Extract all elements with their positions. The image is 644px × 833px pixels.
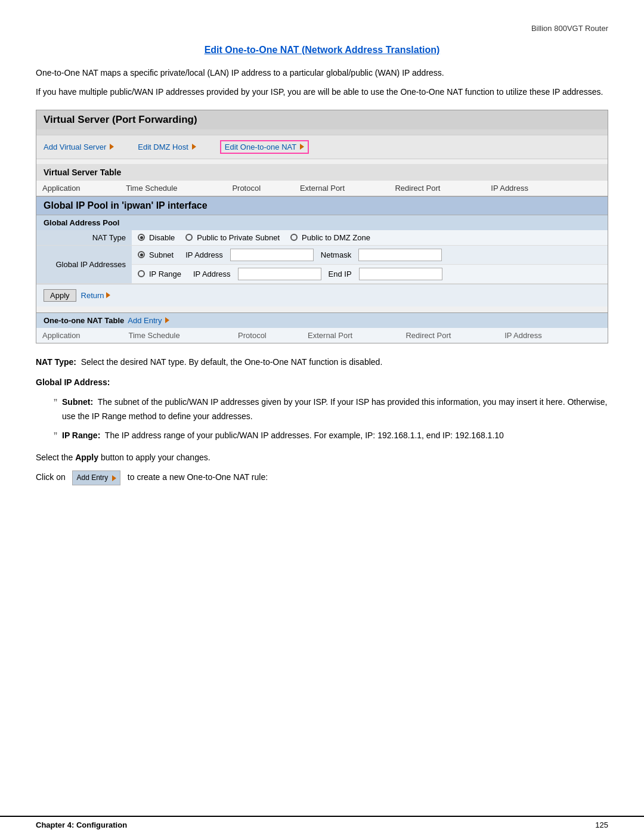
netmask-label: Netmask (321, 250, 351, 259)
add-entry-arrow-icon (165, 317, 169, 323)
description-section: NAT Type: Select the desired NAT type. B… (36, 355, 608, 485)
global-ip-bold-label: Global IP Address: (36, 376, 608, 390)
intro-para2: If you have multiple public/WAN IP addre… (36, 85, 608, 98)
subnet-desc-text: The subnet of the public/WAN IP addresse… (62, 397, 607, 421)
nat-type-desc-text: Select the desired NAT type. By default,… (81, 357, 383, 367)
add-entry-label: Add Entry (128, 316, 162, 325)
nat-type-radio-group: Disable Public to Private Subnet Public … (138, 233, 602, 242)
vs-col-action1 (568, 181, 588, 196)
add-virtual-server-link[interactable]: Add Virtual Server (44, 143, 114, 151)
range-ip-input[interactable] (238, 268, 321, 280)
nat-col-time-schedule: Time Schedule (122, 328, 232, 343)
radio-disable-icon (138, 234, 145, 241)
radio-public-private-icon (185, 234, 193, 241)
bullet-mark-ip-range: ” (54, 428, 57, 446)
vs-table-label: Virtual Server Table (44, 168, 600, 177)
vs-col-ip-address: IP Address (485, 181, 568, 196)
apply-bold: Apply (75, 453, 98, 462)
edit-nat-arrow-icon (300, 144, 304, 150)
add-entry-inline-arrow (112, 475, 116, 481)
ip-range-bullet-text: IP Range: The IP address range of your p… (62, 429, 504, 443)
ip-range-radio-option[interactable]: IP Range (138, 270, 181, 278)
apply-button[interactable]: Apply (44, 289, 76, 302)
global-ip-range-cell: IP Range IP Address End IP (132, 264, 608, 283)
nat-type-bold-label: NAT Type: (36, 357, 76, 367)
radio-ip-range-icon (138, 270, 145, 277)
return-arrow-icon (106, 292, 110, 298)
nat-type-disable-option[interactable]: Disable (138, 233, 175, 242)
page-title: Edit One-to-One NAT (Network Address Tra… (36, 45, 608, 55)
add-entry-inline-btn[interactable]: Add Entry (72, 470, 120, 485)
nat-col-action1 (584, 328, 596, 343)
nat-settings-table: NAT Type Disable Public to Private Subne… (36, 230, 608, 284)
to-create-text: to create a new One-to-One NAT rule: (128, 472, 268, 482)
bullet-mark-subnet: ” (54, 394, 57, 413)
return-link[interactable]: Return (81, 291, 110, 300)
radio-subnet-icon (138, 251, 145, 258)
add-entry-link[interactable]: Add Entry (128, 316, 169, 325)
vs-table-header-row: Application Time Schedule Protocol Exter… (36, 181, 608, 196)
edit-dmz-host-label: Edit DMZ Host (138, 143, 188, 151)
nat-type-dmz-option[interactable]: Public to DMZ Zone (290, 233, 370, 242)
vs-col-redirect-port: Redirect Port (389, 181, 485, 196)
nat-col-external-port: External Port (302, 328, 400, 343)
vs-spacer-bar (36, 129, 608, 135)
click-on-text: Click on (36, 472, 66, 482)
vs-nav-bar: Add Virtual Server Edit DMZ Host Edit On… (36, 135, 608, 159)
footer-chapter: Chapter 4: Configuration (36, 820, 127, 829)
nat-type-public-private-option[interactable]: Public to Private Subnet (185, 233, 280, 242)
vs-col-protocol: Protocol (226, 181, 294, 196)
nat-table-label: One-to-one NAT Table (44, 316, 124, 325)
subnet-bullet: ” Subnet: The subnet of the public/WAN I… (54, 395, 608, 424)
one-to-one-nat-data-table: Application Time Schedule Protocol Exter… (36, 328, 608, 343)
global-ip-subnet-cell: Subnet IP Address Netmask (132, 245, 608, 264)
radio-dmz-icon (290, 234, 298, 241)
global-ip-label-cell: Global IP Addresses (36, 245, 132, 283)
vs-title-bar: Virtual Server (Port Forwarding) (36, 110, 608, 129)
edit-dmz-host-link[interactable]: Edit DMZ Host (138, 143, 196, 151)
nat-public-private-label: Public to Private Subnet (197, 233, 280, 242)
return-label: Return (81, 291, 104, 300)
vs-col-application: Application (36, 181, 120, 196)
apply-spacer (36, 306, 608, 312)
end-ip-input[interactable] (359, 268, 442, 280)
apply-desc-para: Select the Apply button to apply your ch… (36, 451, 608, 465)
nat-col-protocol: Protocol (232, 328, 302, 343)
ip-address-label-subnet: IP Address (185, 250, 223, 259)
global-ip-pool-title: Global IP Pool in 'ipwan' IP interface (36, 196, 608, 215)
add-virtual-server-label: Add Virtual Server (44, 143, 106, 151)
vs-col-action2 (587, 181, 608, 196)
global-ip-subnet-row: Global IP Addresses Subnet IP Address Ne… (36, 245, 608, 264)
subnet-ip-input[interactable] (230, 249, 314, 261)
add-vs-arrow-icon (110, 144, 114, 150)
apply-return-row: Apply Return (36, 284, 608, 306)
vs-col-external-port: External Port (294, 181, 389, 196)
subnet-radio-option[interactable]: Subnet (138, 250, 174, 259)
virtual-server-box: Virtual Server (Port Forwarding) Add Vir… (36, 110, 608, 343)
one-to-one-nat-table-section: One-to-one NAT Table Add Entry (36, 312, 608, 328)
end-ip-label: End IP (329, 270, 352, 278)
nat-col-ip-address: IP Address (499, 328, 584, 343)
netmask-input[interactable] (358, 249, 442, 261)
subnet-label: Subnet (149, 250, 174, 259)
brand-label: Billion 800VGT Router (36, 24, 608, 33)
global-ip-address-bold: Global IP Address: (36, 377, 110, 387)
vs-col-time-schedule: Time Schedule (120, 181, 226, 196)
nat-col-action2 (596, 328, 608, 343)
nat-data-header-row: Application Time Schedule Protocol Exter… (36, 328, 608, 343)
edit-one-to-one-nat-link[interactable]: Edit One-to-one NAT (220, 140, 309, 154)
virtual-server-table: Application Time Schedule Protocol Exter… (36, 181, 608, 196)
global-addr-pool-label: Global Address Pool (36, 215, 608, 230)
nav-spacer (36, 159, 608, 164)
ip-range-bold: IP Range: (62, 431, 100, 440)
nat-col-application: Application (36, 328, 122, 343)
intro-para1: One-to-One NAT maps a specific private/l… (36, 66, 608, 79)
subnet-bullet-text: Subnet: The subnet of the public/WAN IP … (62, 395, 608, 424)
subnet-bold: Subnet: (62, 397, 93, 407)
edit-dmz-arrow-icon (192, 144, 196, 150)
vs-table-section: Virtual Server Table (36, 164, 608, 181)
nat-col-redirect-port: Redirect Port (400, 328, 499, 343)
nat-type-row: NAT Type Disable Public to Private Subne… (36, 230, 608, 246)
ip-range-bullet: ” IP Range: The IP address range of your… (54, 429, 608, 446)
ip-range-desc-text: The IP address range of your public/WAN … (105, 431, 504, 440)
